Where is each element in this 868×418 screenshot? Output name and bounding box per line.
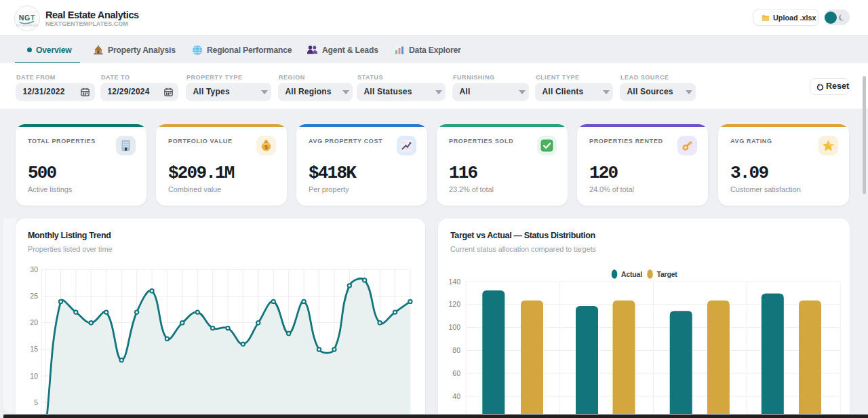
svg-text:30: 30: [30, 265, 38, 273]
svg-text:NGT: NGT: [19, 14, 36, 22]
svg-text:$: $: [264, 144, 268, 151]
svg-text:15: 15: [30, 345, 38, 353]
svg-text:5: 5: [34, 398, 38, 406]
svg-text:Actual: Actual: [621, 270, 642, 278]
svg-text:NEXT GEN TEMPLATES: NEXT GEN TEMPLATES: [16, 24, 39, 27]
svg-text:25: 25: [30, 292, 38, 300]
svg-text:40: 40: [452, 392, 460, 400]
svg-text:120: 120: [448, 300, 460, 308]
svg-text:60: 60: [452, 369, 460, 377]
svg-text:20: 20: [30, 318, 38, 326]
svg-text:Target: Target: [657, 270, 678, 278]
svg-text:80: 80: [452, 346, 460, 354]
svg-text:100: 100: [448, 323, 460, 331]
svg-text:10: 10: [30, 372, 38, 380]
svg-text:140: 140: [448, 278, 460, 286]
